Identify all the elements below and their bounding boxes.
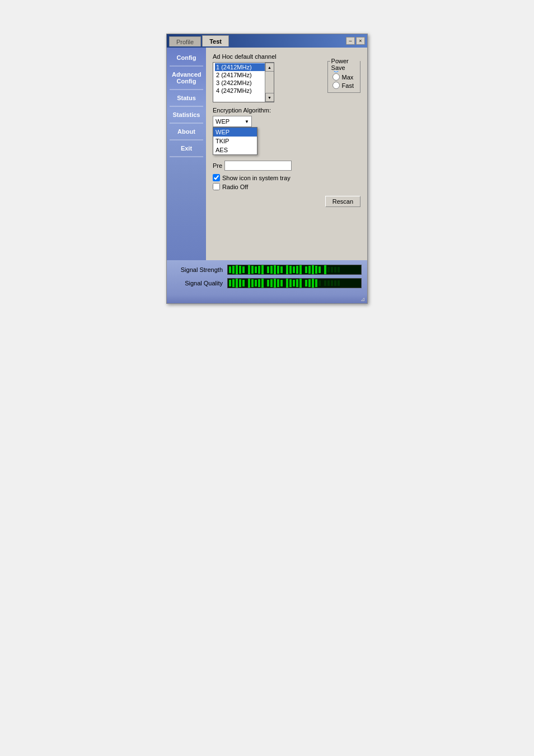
rescan-button[interactable]: Rescan	[325, 196, 360, 207]
channel-item-4[interactable]: 4 (2427MHz)	[215, 87, 272, 95]
sidebar-divider-5	[170, 139, 203, 140]
channel-item-3[interactable]: 3 (2422MHz)	[215, 79, 272, 87]
signal-quality-label: Signal Quality	[172, 280, 223, 287]
scroll-up-button[interactable]: ▲	[265, 63, 274, 72]
resize-icon[interactable]: ⊿	[360, 296, 365, 302]
sidebar-item-statistics[interactable]: Statistics	[168, 109, 204, 120]
sidebar-item-config[interactable]: Config	[168, 52, 204, 63]
radio-fast: Fast	[332, 82, 355, 89]
close-button[interactable]: ×	[356, 37, 365, 45]
channel-scrollbar: ▲ ▼	[265, 63, 274, 102]
tab-test[interactable]: Test	[202, 35, 229, 46]
preshared-section: Pre	[213, 161, 360, 171]
signal-strength-row: Signal Strength	[172, 265, 362, 275]
radio-max: Max	[332, 73, 355, 81]
encryption-select-row: WEP ▼	[213, 116, 252, 127]
adhoc-label: Ad Hoc default channel	[213, 53, 322, 60]
adhoc-section: Ad Hoc default channel 1 (2412MHz) 2 (24…	[213, 53, 322, 102]
sidebar-divider-4	[170, 123, 203, 124]
sidebar-item-advanced-config[interactable]: AdvancedConfig	[168, 69, 204, 87]
sidebar-divider-2	[170, 89, 203, 90]
preshared-label: Pre	[213, 162, 222, 169]
signal-strength-label: Signal Strength	[172, 266, 223, 273]
top-section: Ad Hoc default channel 1 (2412MHz) 2 (24…	[213, 53, 360, 102]
enc-option-tkip[interactable]: TKIP	[213, 137, 257, 145]
power-save-group: Power Save CAM Max Fast	[327, 61, 360, 93]
scroll-track	[266, 72, 274, 93]
title-bar: Profile Test – ×	[167, 34, 367, 48]
radio-max-input[interactable]	[332, 73, 340, 81]
show-icon-row: Show icon in system tray	[213, 174, 360, 181]
radio-off-row: Radio Off	[213, 183, 360, 190]
encryption-arrow-icon: ▼	[245, 119, 249, 124]
window-body: Config AdvancedConfig Status Statistics …	[167, 48, 367, 260]
sidebar: Config AdvancedConfig Status Statistics …	[167, 48, 206, 260]
preshared-row: Pre	[213, 161, 360, 171]
encryption-dropdown-list: WEP TKIP AES	[213, 127, 257, 155]
channel-listbox[interactable]: 1 (2412MHz) 2 (2417MHz) 3 (2422MHz) 4 (2…	[213, 62, 274, 102]
scroll-down-button[interactable]: ▼	[265, 93, 274, 102]
sidebar-item-status[interactable]: Status	[168, 92, 204, 104]
encryption-select[interactable]: WEP ▼	[213, 116, 252, 127]
encryption-selected-value: WEP	[216, 118, 229, 125]
show-icon-label: Show icon in system tray	[222, 175, 291, 181]
power-save-legend: Power Save	[330, 58, 360, 71]
power-save-section: Power Save CAM Max Fast	[327, 61, 360, 93]
tab-bar: Profile Test	[169, 35, 229, 46]
channel-item-2[interactable]: 2 (2417MHz)	[215, 71, 272, 79]
minimize-button[interactable]: –	[346, 37, 355, 45]
sidebar-divider-1	[170, 65, 203, 67]
main-content: Ad Hoc default channel 1 (2412MHz) 2 (24…	[206, 48, 367, 260]
enc-option-aes[interactable]: AES	[213, 145, 257, 154]
signal-strength-bar	[227, 265, 362, 275]
signal-area: Signal Strength Signal Quality	[167, 260, 367, 295]
radio-off-checkbox[interactable]	[213, 183, 220, 190]
channel-item-1[interactable]: 1 (2412MHz)	[215, 63, 272, 71]
sidebar-divider-3	[170, 106, 203, 107]
resize-handle-area: ⊿	[167, 295, 367, 303]
encryption-label: Encryption Algorithm:	[213, 107, 360, 114]
signal-quality-row: Signal Quality	[172, 278, 362, 288]
sidebar-item-exit[interactable]: Exit	[168, 143, 204, 154]
radio-fast-label: Fast	[342, 82, 354, 89]
preshared-input[interactable]	[224, 161, 292, 171]
enc-option-wep[interactable]: WEP	[213, 128, 257, 137]
sidebar-divider-6	[170, 156, 203, 157]
main-window: Profile Test – × Config AdvancedConfig S…	[166, 34, 368, 304]
radio-fast-input[interactable]	[332, 82, 340, 89]
show-icon-checkbox[interactable]	[213, 174, 220, 181]
radio-max-label: Max	[342, 74, 354, 81]
encryption-dropdown-container: WEP ▼ WEP TKIP AES	[213, 116, 252, 127]
encryption-section: Encryption Algorithm: WEP ▼ WEP TKIP AES	[213, 107, 360, 127]
signal-quality-bar	[227, 278, 362, 288]
rescan-row: Rescan	[213, 196, 360, 207]
sidebar-item-about[interactable]: About	[168, 126, 204, 137]
window-controls: – ×	[346, 37, 365, 45]
radio-off-label: Radio Off	[222, 184, 248, 190]
tab-profile[interactable]: Profile	[169, 36, 201, 46]
